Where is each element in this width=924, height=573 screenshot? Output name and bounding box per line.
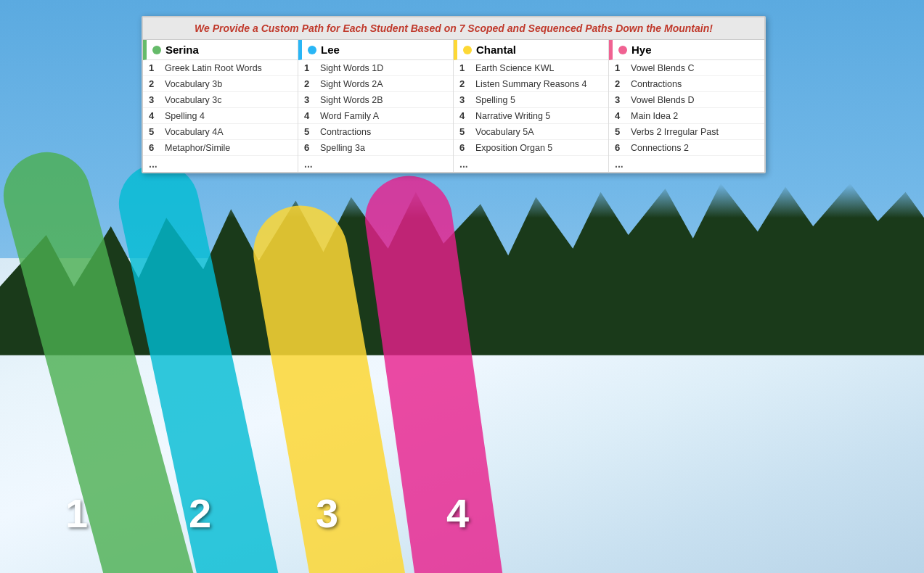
student-name-label-chantal: Chantal bbox=[476, 44, 516, 56]
table-banner: We Provide a Custom Path for Each Studen… bbox=[143, 17, 764, 40]
row-number: 1 bbox=[149, 62, 162, 73]
row-content: Vocabulary 3b bbox=[165, 79, 222, 89]
student-name-label-hye: Hye bbox=[631, 44, 652, 56]
table-row: 4Narrative Writing 5 bbox=[454, 108, 608, 124]
student-col-hye: Hye1Vowel Blends C2Contractions3Vowel Bl… bbox=[609, 40, 764, 172]
table-row: 4Word Family A bbox=[298, 108, 453, 124]
table-row: 2Vocabulary 3b bbox=[143, 76, 298, 92]
table-row: 3Vowel Blends D bbox=[609, 92, 764, 108]
table-row: 2Listen Summary Reasons 4 bbox=[454, 76, 608, 92]
row-content: Vocabulary 4A bbox=[165, 127, 224, 137]
table-row: 6Spelling 3a bbox=[298, 140, 453, 156]
student-col-serina: Serina1Greek Latin Root Words2Vocabulary… bbox=[143, 40, 298, 172]
color-dot-lee bbox=[308, 46, 316, 54]
row-content: Contractions bbox=[631, 79, 682, 89]
row-number: 5 bbox=[459, 126, 473, 137]
row-number: 6 bbox=[459, 142, 473, 153]
ellipsis-row: ... bbox=[143, 156, 298, 172]
table-row: 6Connections 2 bbox=[609, 140, 764, 156]
row-content: Narrative Writing 5 bbox=[475, 111, 550, 121]
table-row: 2Sight Words 2A bbox=[298, 76, 453, 92]
row-content: Metaphor/Simile bbox=[165, 143, 230, 153]
table-row: 3Vocabulary 3c bbox=[143, 92, 298, 108]
row-content: Main Idea 2 bbox=[631, 111, 678, 121]
row-number: 5 bbox=[304, 126, 317, 137]
table-row: 3Sight Words 2B bbox=[298, 92, 453, 108]
ellipsis-row: ... bbox=[609, 156, 764, 172]
table-row: 2Contractions bbox=[609, 76, 764, 92]
row-content: Sight Words 2A bbox=[320, 79, 383, 89]
row-content: Vowel Blends D bbox=[631, 95, 695, 105]
path-number-1: 1 bbox=[65, 490, 88, 537]
table-row: 1Greek Latin Root Words bbox=[143, 60, 298, 76]
student-name-chantal: Chantal bbox=[454, 40, 608, 60]
path-number-4: 4 bbox=[446, 490, 469, 537]
table-row: 3Spelling 5 bbox=[454, 92, 608, 108]
student-name-label-lee: Lee bbox=[321, 44, 340, 56]
student-table-container: We Provide a Custom Path for Each Studen… bbox=[142, 16, 766, 173]
row-content: Spelling 3a bbox=[320, 143, 365, 153]
student-col-lee: Lee1Sight Words 1D2Sight Words 2A3Sight … bbox=[298, 40, 454, 172]
row-number: 3 bbox=[304, 94, 317, 105]
row-content: Spelling 5 bbox=[475, 95, 515, 105]
table-row: 5Vocabulary 4A bbox=[143, 124, 298, 140]
table-row: 1Vowel Blends C bbox=[609, 60, 764, 76]
row-number: 6 bbox=[149, 142, 162, 153]
row-content: Word Family A bbox=[320, 111, 379, 121]
row-number: 2 bbox=[149, 78, 162, 89]
table-row: 4Spelling 4 bbox=[143, 108, 298, 124]
row-content: Greek Latin Root Words bbox=[165, 63, 262, 73]
row-number: 4 bbox=[304, 110, 317, 121]
row-content: Contractions bbox=[320, 127, 371, 137]
path-number-2: 2 bbox=[189, 490, 211, 537]
table-row: 5Contractions bbox=[298, 124, 453, 140]
student-name-label-serina: Serina bbox=[165, 44, 199, 56]
row-number: 3 bbox=[149, 94, 162, 105]
table-row: 4Main Idea 2 bbox=[609, 108, 764, 124]
row-content: Connections 2 bbox=[631, 143, 689, 153]
student-name-hye: Hye bbox=[609, 40, 764, 60]
path-number-3: 3 bbox=[316, 490, 338, 537]
student-name-lee: Lee bbox=[298, 40, 453, 60]
row-content: Spelling 4 bbox=[165, 111, 205, 121]
row-number: 2 bbox=[304, 78, 317, 89]
row-number: 2 bbox=[459, 78, 473, 89]
row-content: Vocabulary 3c bbox=[165, 95, 222, 105]
row-content: Earth Science KWL bbox=[475, 63, 554, 73]
row-number: 3 bbox=[615, 94, 628, 105]
table-row: 5Verbs 2 Irregular Past bbox=[609, 124, 764, 140]
row-content: Vocabulary 5A bbox=[475, 127, 534, 137]
ellipsis-row: ... bbox=[298, 156, 453, 172]
row-content: Listen Summary Reasons 4 bbox=[475, 79, 587, 89]
row-number: 1 bbox=[615, 62, 628, 73]
student-name-serina: Serina bbox=[143, 40, 298, 60]
color-dot-hye bbox=[618, 46, 627, 54]
row-number: 1 bbox=[459, 62, 473, 73]
table-row: 1Earth Science KWL bbox=[454, 60, 608, 76]
row-content: Vowel Blends C bbox=[631, 63, 695, 73]
table-row: 1Sight Words 1D bbox=[298, 60, 453, 76]
row-number: 4 bbox=[149, 110, 162, 121]
row-number: 4 bbox=[459, 110, 473, 121]
row-number: 6 bbox=[304, 142, 317, 153]
row-number: 2 bbox=[615, 78, 628, 89]
row-number: 5 bbox=[615, 126, 628, 137]
table-grid: Serina1Greek Latin Root Words2Vocabulary… bbox=[143, 40, 764, 172]
student-col-chantal: Chantal1Earth Science KWL2Listen Summary… bbox=[454, 40, 609, 172]
table-row: 6Exposition Organ 5 bbox=[454, 140, 608, 156]
row-number: 4 bbox=[615, 110, 628, 121]
color-dot-serina bbox=[152, 46, 161, 54]
banner-text: We Provide a Custom Path for Each Studen… bbox=[195, 22, 713, 34]
row-content: Sight Words 1D bbox=[320, 63, 383, 73]
table-row: 6Metaphor/Simile bbox=[143, 140, 298, 156]
color-dot-chantal bbox=[463, 46, 472, 54]
row-number: 5 bbox=[149, 126, 162, 137]
ellipsis-row: ... bbox=[454, 156, 608, 172]
row-content: Exposition Organ 5 bbox=[475, 143, 552, 153]
row-number: 1 bbox=[304, 62, 317, 73]
row-content: Sight Words 2B bbox=[320, 95, 383, 105]
row-content: Verbs 2 Irregular Past bbox=[631, 127, 719, 137]
row-number: 3 bbox=[459, 94, 473, 105]
table-row: 5Vocabulary 5A bbox=[454, 124, 608, 140]
row-number: 6 bbox=[615, 142, 628, 153]
